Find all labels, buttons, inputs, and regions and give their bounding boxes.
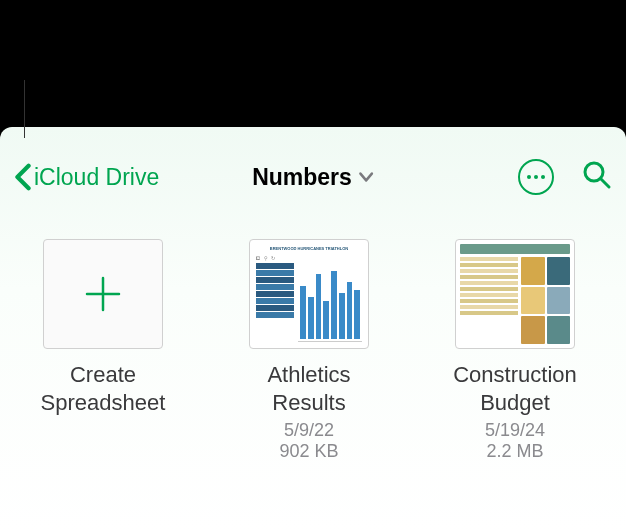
search-button[interactable] — [582, 160, 612, 194]
chevron-down-icon — [358, 171, 374, 183]
item-label: Athletics Results — [234, 361, 384, 416]
create-spreadsheet-item[interactable]: Create Spreadsheet — [28, 239, 178, 462]
document-thumbnail[interactable] — [455, 239, 575, 349]
back-button[interactable]: iCloud Drive — [14, 163, 159, 191]
spreadsheet-preview-icon — [456, 240, 574, 348]
search-icon — [582, 160, 612, 190]
folder-title: Numbers — [252, 164, 352, 191]
item-date: 5/9/22 — [284, 420, 334, 441]
file-browser: iCloud Drive Numbers — [0, 127, 626, 532]
item-label: Construction Budget — [440, 361, 590, 416]
svg-line-1 — [601, 179, 609, 187]
item-size: 2.2 MB — [486, 441, 543, 462]
back-label: iCloud Drive — [34, 164, 159, 191]
item-date: 5/19/24 — [485, 420, 545, 441]
callout-line — [24, 80, 25, 138]
more-button[interactable] — [518, 159, 554, 195]
document-item[interactable]: BRENTWOOD HURRICANES TRIATHLON ⛋⚲↻ — [234, 239, 384, 462]
navigation-bar: iCloud Drive Numbers — [0, 155, 626, 199]
item-size: 902 KB — [279, 441, 338, 462]
plus-icon — [81, 272, 125, 316]
spreadsheet-preview-icon: BRENTWOOD HURRICANES TRIATHLON ⛋⚲↻ — [250, 240, 368, 348]
item-label: Create Spreadsheet — [28, 361, 178, 416]
documents-grid: Create Spreadsheet BRENTWOOD HURRICANES … — [0, 199, 626, 462]
document-thumbnail[interactable]: BRENTWOOD HURRICANES TRIATHLON ⛋⚲↻ — [249, 239, 369, 349]
create-spreadsheet-thumbnail[interactable] — [43, 239, 163, 349]
document-item[interactable]: Construction Budget 5/19/24 2.2 MB — [440, 239, 590, 462]
chevron-left-icon — [14, 163, 32, 191]
folder-title-dropdown[interactable]: Numbers — [252, 164, 374, 191]
ellipsis-icon — [527, 175, 531, 179]
